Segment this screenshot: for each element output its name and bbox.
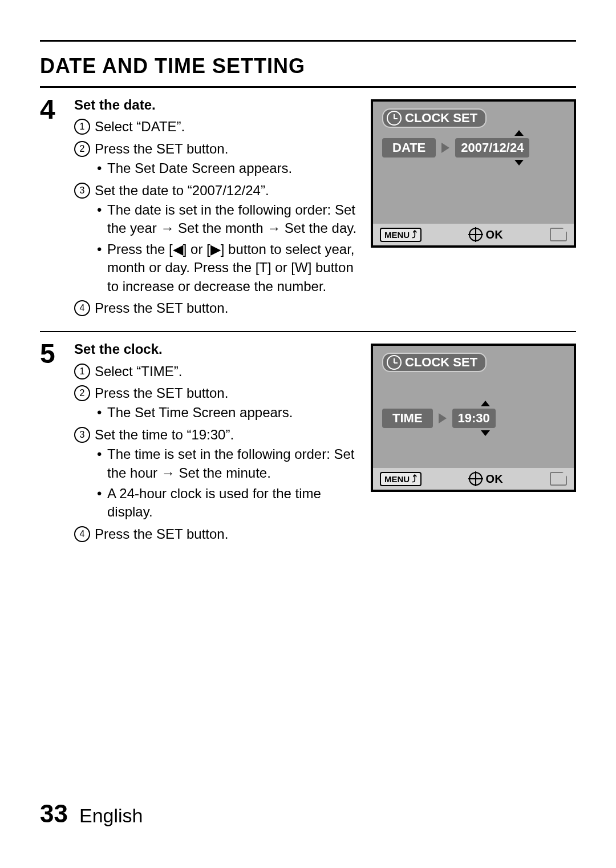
step-item: 1Select “TIME”. [74,362,367,381]
step-item-text: Press the SET button. [95,526,228,542]
lcd-field-label: TIME [382,409,433,428]
screen-illustration: CLOCK SETTIME19:30MENU⤴OK [371,340,576,492]
lcd-screen: CLOCK SETTIME19:30MENU⤴OK [371,344,576,492]
circled-number: 2 [74,141,90,157]
step-subitem: A 24-hour clock is used for the time dis… [95,485,367,522]
step-item-text: Select “DATE”. [95,119,185,134]
lcd-title-text: CLOCK SET [405,355,477,370]
lcd-field-row: TIME19:30 [382,409,496,428]
menu-button: MENU⤴ [380,472,422,486]
step-sublist: The Set Time Screen appears. [95,403,367,422]
step-heading: Set the clock. [74,341,163,357]
up-arrow-icon [514,130,524,136]
circled-number: 3 [74,427,90,443]
joystick-icon [469,472,483,486]
circled-number: 1 [74,119,90,135]
step-item: 3Set the date to “2007/12/24”.The date i… [74,181,367,296]
clock-icon [387,355,402,370]
down-arrow-icon [514,160,524,165]
circled-number: 3 [74,183,90,199]
step-item-text: Press the SET button. [95,300,228,316]
page-footer: 33 English [40,800,143,828]
step-item: 2Press the SET button.The Set Time Scree… [74,384,367,422]
back-icon: ⤴ [412,473,417,485]
step-body: Set the clock.1Select “TIME”.2Press the … [74,340,367,547]
joystick-icon [469,228,483,241]
clock-icon [387,111,402,126]
step-item-text: Set the time to “19:30”. [95,427,234,442]
ok-label: OK [486,228,503,241]
step-subitem: Press the [◀] or [▶] button to select ye… [95,240,367,296]
lcd-screen: CLOCK SETDATE2007/12/24MENU⤴OK [371,99,576,248]
step-item-text: Press the SET button. [95,385,228,401]
circled-number: 4 [74,300,90,316]
step-subitem: The date is set in the following order: … [95,201,367,238]
step-4: 4Set the date.1Select “DATE”.2Press the … [40,96,576,321]
step-divider [40,331,576,332]
step-number: 5 [40,340,74,368]
step-list: 1Select “TIME”.2Press the SET button.The… [74,362,367,544]
step-subitem: The Set Date Screen appears. [95,159,367,177]
ok-label: OK [486,473,503,486]
step-number: 4 [40,96,74,123]
step-body: Set the date.1Select “DATE”.2Press the S… [74,96,367,321]
lcd-title: CLOCK SET [382,108,487,128]
circled-number: 1 [74,364,90,380]
menu-button: MENU⤴ [380,228,422,242]
back-icon: ⤴ [412,229,417,241]
circled-number: 4 [74,526,90,542]
step-item: 1Select “DATE”. [74,118,367,136]
step-subitem: The Set Time Screen appears. [95,403,367,422]
step-list: 1Select “DATE”.2Press the SET button.The… [74,118,367,317]
step-sublist: The date is set in the following order: … [95,201,367,296]
page-title: DATE AND TIME SETTING [40,54,576,78]
lcd-field-label: DATE [382,138,436,158]
title-underline [40,86,576,88]
lcd-title-text: CLOCK SET [405,111,477,126]
play-icon [439,413,447,423]
down-arrow-icon [481,430,490,436]
step-sublist: The time is set in the following order: … [95,445,367,522]
top-rule [40,40,576,42]
step-item: 2Press the SET button.The Set Date Scree… [74,140,367,178]
step-subitem: The time is set in the following order: … [95,445,367,482]
step-item: 4Press the SET button. [74,299,367,317]
step-sublist: The Set Date Screen appears. [95,159,367,177]
card-icon [550,228,567,241]
page-number: 33 [40,800,68,828]
card-icon [550,472,567,486]
lcd-footer: MENU⤴OK [373,468,574,490]
lcd-field-row: DATE2007/12/24 [382,138,529,158]
lcd-footer: MENU⤴OK [373,224,574,245]
lcd-field-value: 19:30 [452,409,496,428]
page-language: English [79,805,143,827]
step-5: 5Set the clock.1Select “TIME”.2Press the… [40,340,576,547]
lcd-field-value: 2007/12/24 [455,138,529,158]
step-item-text: Press the SET button. [95,141,228,156]
circled-number: 2 [74,385,90,401]
step-item: 3Set the time to “19:30”.The time is set… [74,426,367,522]
step-item-text: Select “TIME”. [95,364,182,379]
ok-group: OK [469,228,503,241]
up-arrow-icon [481,401,490,406]
step-item-text: Set the date to “2007/12/24”. [95,183,269,198]
step-heading: Set the date. [74,97,156,112]
screen-illustration: CLOCK SETDATE2007/12/24MENU⤴OK [371,96,576,248]
ok-group: OK [469,472,503,486]
lcd-title: CLOCK SET [382,353,487,372]
play-icon [441,143,449,153]
step-item: 4Press the SET button. [74,525,367,543]
